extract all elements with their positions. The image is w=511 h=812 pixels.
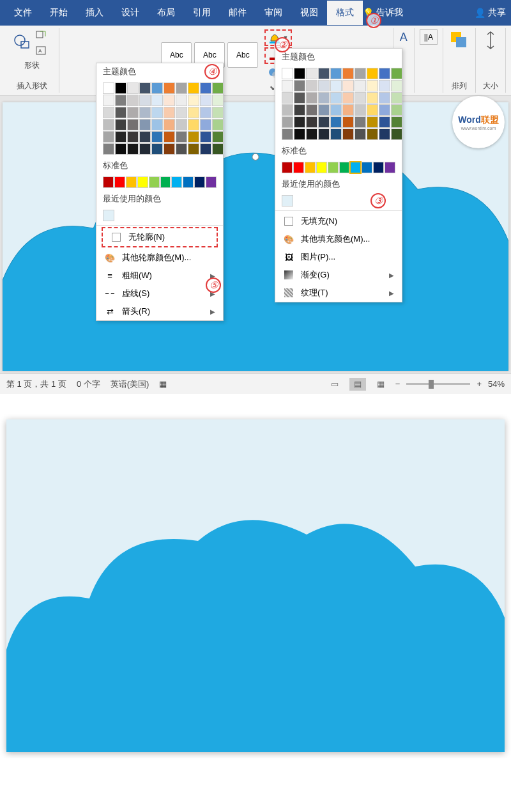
color-swatch[interactable] (342, 80, 354, 91)
page-indicator[interactable]: 第 1 页，共 1 页 (6, 379, 66, 390)
color-swatch[interactable] (151, 143, 163, 155)
read-mode-button[interactable]: ▭ (326, 378, 343, 391)
color-swatch[interactable] (293, 162, 304, 173)
color-swatch[interactable] (164, 82, 175, 94)
picture-fill-item[interactable]: 🖼 图片(P)... (275, 248, 402, 266)
color-swatch[interactable] (164, 95, 175, 106)
color-swatch[interactable] (164, 107, 175, 118)
color-swatch[interactable] (188, 82, 199, 94)
color-swatch[interactable] (355, 92, 366, 104)
color-swatch[interactable] (373, 162, 384, 173)
color-swatch[interactable] (212, 119, 224, 130)
color-swatch[interactable] (176, 95, 187, 106)
text-fill-button[interactable]: A (400, 31, 408, 44)
color-swatch[interactable] (176, 82, 187, 94)
color-swatch[interactable] (379, 92, 390, 104)
color-swatch[interactable] (367, 104, 378, 116)
color-swatch[interactable] (305, 162, 316, 173)
color-swatch[interactable] (379, 104, 390, 116)
color-swatch[interactable] (342, 68, 354, 79)
color-swatch[interactable] (188, 131, 199, 143)
tab-view[interactable]: 视图 (291, 1, 327, 25)
zoom-out-button[interactable]: − (395, 379, 400, 389)
cloud-shape[interactable] (3, 102, 508, 371)
color-swatch[interactable] (306, 129, 317, 140)
macro-icon[interactable]: ▦ (159, 379, 167, 389)
color-swatch[interactable] (200, 143, 211, 155)
color-swatch[interactable] (294, 92, 305, 104)
color-swatch[interactable] (318, 129, 330, 140)
color-swatch[interactable] (103, 131, 114, 143)
color-swatch[interactable] (139, 119, 151, 130)
gradient-fill-item[interactable]: 渐变(G) ▶ (275, 266, 402, 284)
color-swatch[interactable] (350, 162, 361, 173)
color-swatch[interactable] (330, 116, 342, 128)
color-swatch[interactable] (379, 129, 390, 140)
color-swatch[interactable] (188, 119, 199, 130)
color-swatch[interactable] (306, 68, 317, 79)
tab-design[interactable]: 设计 (112, 1, 148, 25)
color-swatch[interactable] (151, 107, 163, 118)
color-swatch[interactable] (330, 80, 342, 91)
color-swatch[interactable] (164, 119, 175, 130)
color-swatch[interactable] (330, 68, 342, 79)
color-swatch[interactable] (362, 162, 372, 173)
color-swatch[interactable] (294, 68, 305, 79)
color-swatch[interactable] (171, 176, 182, 188)
tab-references[interactable]: 引用 (184, 1, 220, 25)
color-swatch[interactable] (164, 143, 175, 155)
document-page[interactable] (3, 102, 508, 371)
color-swatch[interactable] (103, 210, 114, 221)
color-swatch[interactable] (139, 143, 151, 155)
dialog-launcher-icon[interactable]: ⬊ (270, 84, 275, 91)
color-swatch[interactable] (330, 129, 342, 140)
color-swatch[interactable] (379, 80, 390, 91)
color-swatch[interactable] (212, 82, 224, 94)
text-direction-button[interactable]: ||A (420, 29, 438, 45)
weight-item[interactable]: ≡ 粗细(W) ▶ (96, 267, 223, 285)
color-swatch[interactable] (127, 107, 139, 118)
color-swatch[interactable] (342, 92, 354, 104)
color-swatch[interactable] (306, 116, 317, 128)
color-swatch[interactable] (115, 131, 126, 143)
color-swatch[interactable] (282, 129, 293, 140)
textbox-button[interactable]: A (35, 45, 53, 59)
color-swatch[interactable] (367, 68, 378, 79)
color-swatch[interactable] (115, 95, 126, 106)
color-swatch[interactable] (282, 195, 293, 207)
tab-file[interactable]: 文件 (5, 1, 41, 25)
color-swatch[interactable] (127, 119, 139, 130)
color-swatch[interactable] (367, 129, 378, 140)
color-swatch[interactable] (339, 162, 350, 173)
language-indicator[interactable]: 英语(美国) (111, 379, 149, 390)
color-swatch[interactable] (330, 104, 342, 116)
color-swatch[interactable] (115, 119, 126, 130)
color-swatch[interactable] (282, 162, 293, 173)
color-swatch[interactable] (328, 162, 339, 173)
color-swatch[interactable] (115, 107, 126, 118)
no-fill-item[interactable]: 无填充(N) (275, 212, 402, 230)
color-swatch[interactable] (318, 116, 330, 128)
color-swatch[interactable] (103, 95, 114, 106)
color-swatch[interactable] (306, 104, 317, 116)
color-swatch[interactable] (139, 107, 151, 118)
arrows-item[interactable]: ⇄ 箭头(R) ▶ (96, 302, 223, 320)
color-swatch[interactable] (114, 176, 125, 188)
color-swatch[interactable] (318, 80, 330, 91)
color-swatch[interactable] (355, 116, 366, 128)
zoom-in-button[interactable]: + (477, 379, 482, 389)
color-swatch[interactable] (212, 95, 224, 106)
color-swatch[interactable] (151, 95, 163, 106)
color-swatch[interactable] (330, 92, 342, 104)
tab-insert[interactable]: 插入 (77, 1, 112, 25)
color-swatch[interactable] (282, 116, 293, 128)
color-swatch[interactable] (391, 129, 402, 140)
tab-format[interactable]: 格式 (327, 1, 363, 25)
color-swatch[interactable] (212, 143, 224, 155)
more-fill-colors-item[interactable]: 🎨 其他填充颜色(M)... (275, 230, 402, 248)
edit-shape-button[interactable] (35, 30, 53, 44)
style-preset-3[interactable]: Abc (227, 42, 258, 68)
share-button[interactable]: 👤 共享 (475, 7, 506, 19)
color-swatch[interactable] (282, 68, 293, 79)
color-swatch[interactable] (391, 80, 402, 91)
